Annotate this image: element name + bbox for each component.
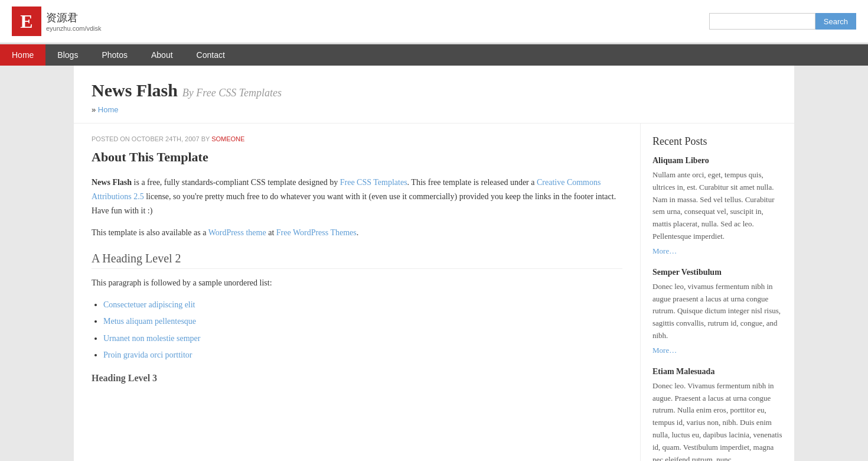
post-meta: POSTED ON OCTOBER 24TH, 2007 BY SOMEONE [92, 135, 622, 142]
nav-home[interactable]: Home [0, 44, 45, 66]
post-para-2: This template is also available as a Wor… [92, 226, 622, 240]
sidebar: Recent Posts Aliquam Libero Nullam ante … [641, 124, 794, 461]
post-body: News Flash is a free, fully standards-co… [92, 176, 622, 384]
post-para-1: News Flash is a free, fully standards-co… [92, 176, 622, 217]
navigation: Home Blogs Photos About Contact [0, 44, 868, 66]
nav-contact[interactable]: Contact [185, 44, 237, 66]
nav-photos[interactable]: Photos [90, 44, 139, 66]
recent-post-text-1: Nullam ante orci, eget, tempus quis, ult… [652, 169, 782, 243]
recent-posts-section: Recent Posts Aliquam Libero Nullam ante … [652, 135, 782, 461]
post-author[interactable]: SOMEONE [211, 135, 244, 142]
post-para-3: This paragraph is followed by a sample u… [92, 276, 622, 290]
recent-post-3: Etiam Malesuada Donec leo. Vivamus ferme… [652, 367, 782, 461]
recent-posts-title: Recent Posts [652, 135, 782, 148]
recent-post-text-2: Donec leo, vivamus fermentum nibh in aug… [652, 281, 782, 342]
post-bold: News Flash [92, 178, 132, 187]
list-item: Urnanet non molestie semper [103, 332, 622, 345]
more-link-2[interactable]: More… [652, 346, 677, 355]
page-subtitle: By Free CSS Templates [182, 87, 282, 99]
recent-post-1: Aliquam Libero Nullam ante orci, eget, t… [652, 156, 782, 256]
page-header: News FlashBy Free CSS Templates » Home [74, 66, 794, 124]
search-area: Search [709, 13, 856, 30]
post-list: Consectetuer adipiscing elit Metus aliqu… [103, 298, 622, 362]
recent-post-2: Semper Vestibulum Donec leo, vivamus fer… [652, 268, 782, 355]
recent-post-text-3: Donec leo. Vivamus fermentum nibh in aug… [652, 380, 782, 461]
page-wrapper: News FlashBy Free CSS Templates » Home P… [74, 66, 794, 461]
logo: E 资源君 eyunzhu.com/vdisk [12, 7, 102, 36]
link-wp-theme[interactable]: WordPress theme [208, 228, 266, 237]
nav-blogs[interactable]: Blogs [45, 44, 90, 66]
content-area: POSTED ON OCTOBER 24TH, 2007 BY SOMEONE … [74, 124, 794, 461]
list-item: Metus aliquam pellentesque [103, 315, 622, 328]
heading-2: A Heading Level 2 [92, 252, 622, 269]
list-item: Proin gravida orci porttitor [103, 349, 622, 362]
list-item: Consectetuer adipiscing elit [103, 298, 622, 311]
header: E 资源君 eyunzhu.com/vdisk Search [0, 0, 868, 44]
heading-3: Heading Level 3 [92, 373, 622, 384]
nav-about[interactable]: About [139, 44, 185, 66]
link-free-wp[interactable]: Free WordPress Themes [276, 228, 357, 237]
search-input[interactable] [709, 13, 815, 30]
list-link-1[interactable]: Consectetuer adipiscing elit [103, 300, 195, 309]
breadcrumb: » Home [92, 105, 776, 114]
list-link-3[interactable]: Urnanet non molestie semper [103, 334, 200, 343]
logo-text-block: 资源君 eyunzhu.com/vdisk [46, 11, 102, 32]
main-content: POSTED ON OCTOBER 24TH, 2007 BY SOMEONE … [74, 124, 641, 461]
breadcrumb-home[interactable]: Home [98, 105, 119, 114]
search-button[interactable]: Search [815, 13, 856, 30]
list-link-4[interactable]: Proin gravida orci porttitor [103, 350, 192, 359]
link-free-css[interactable]: Free CSS Templates [340, 178, 407, 187]
recent-post-title-3: Etiam Malesuada [652, 367, 782, 376]
recent-post-more-2: More… [652, 346, 782, 355]
recent-post-more-1: More… [652, 246, 782, 256]
logo-url: eyunzhu.com/vdisk [46, 25, 102, 32]
more-link-1[interactable]: More… [652, 246, 677, 255]
post-title: About This Template [92, 150, 622, 165]
list-link-2[interactable]: Metus aliquam pellentesque [103, 317, 196, 326]
page-title: News Flash [92, 80, 178, 100]
recent-post-title-1: Aliquam Libero [652, 156, 782, 165]
recent-post-title-2: Semper Vestibulum [652, 268, 782, 277]
logo-name: 资源君 [46, 11, 102, 25]
breadcrumb-prefix: » [92, 105, 96, 114]
post-date: POSTED ON OCTOBER 24TH, 2007 BY [92, 135, 210, 142]
logo-icon: E [12, 7, 41, 36]
